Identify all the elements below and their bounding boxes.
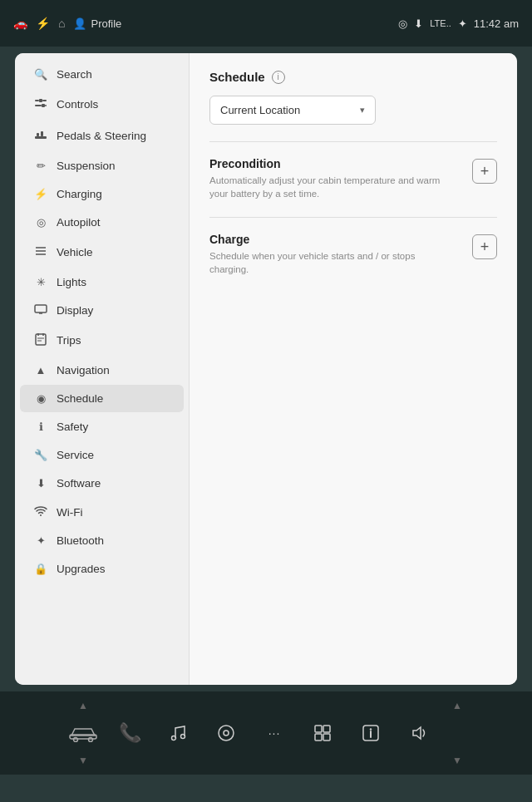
sidebar-item-upgrades[interactable]: 🔒 Upgrades xyxy=(20,555,184,583)
taskbar-music-button[interactable] xyxy=(156,715,200,751)
software-icon: ⬇ xyxy=(33,477,48,490)
sidebar-item-search[interactable]: 🔍 Search xyxy=(20,61,184,88)
sidebar-item-pedals[interactable]: Pedals & Steering xyxy=(20,121,184,151)
sidebar-item-autopilot[interactable]: ◎ Autopilot xyxy=(20,209,184,236)
svg-rect-4 xyxy=(45,105,47,106)
taskbar-icons: 📞 ··· xyxy=(108,715,441,751)
taskbar-right-section: ▲ ▼ xyxy=(441,700,474,766)
sidebar-item-trips[interactable]: Trips xyxy=(20,325,184,356)
taskbar: ▲ ▼ 📞 ··· xyxy=(0,691,532,775)
svg-rect-0 xyxy=(35,100,39,101)
sidebar-label-controls: Controls xyxy=(57,98,98,111)
divider xyxy=(209,141,497,142)
taskbar-volume-button[interactable] xyxy=(397,715,441,751)
svg-rect-28 xyxy=(323,726,330,732)
sidebar-label-trips: Trips xyxy=(57,334,81,347)
car-status-icon: 🚗 xyxy=(13,17,27,30)
sidebar-label-navigation: Navigation xyxy=(57,364,110,376)
taskbar-chevron-up-right[interactable]: ▲ xyxy=(452,700,462,711)
sidebar-label-pedals: Pedals & Steering xyxy=(57,130,146,142)
charging-icon: ⚡ xyxy=(33,188,48,200)
schedule-title: Schedule xyxy=(209,70,265,84)
lightning-status-icon: ⚡ xyxy=(36,17,50,30)
sidebar-label-search: Search xyxy=(57,68,92,81)
taskbar-chevron-down-left[interactable]: ▼ xyxy=(78,755,88,766)
download-status-icon: ⬇ xyxy=(414,17,423,30)
trips-icon xyxy=(33,332,48,348)
search-icon: 🔍 xyxy=(33,68,48,81)
location-value: Current Location xyxy=(220,104,300,116)
sidebar-item-charging[interactable]: ⚡ Charging xyxy=(20,180,184,208)
sidebar-item-schedule[interactable]: ◉ Schedule xyxy=(20,385,184,412)
status-right: ◎ ⬇ LTE.. ✦ 11:42 am xyxy=(398,17,519,30)
profile-button[interactable]: 👤 Profile xyxy=(73,17,121,30)
sidebar-label-bluetooth: Bluetooth xyxy=(57,534,104,547)
svg-point-19 xyxy=(40,514,42,516)
taskbar-grid-button[interactable] xyxy=(301,715,344,751)
sidebar-label-autopilot: Autopilot xyxy=(57,216,101,229)
taskbar-chevron-down-right[interactable]: ▼ xyxy=(452,755,462,766)
bluetooth-icon: ✦ xyxy=(33,534,48,547)
svg-rect-30 xyxy=(323,734,330,740)
charge-add-button[interactable]: + xyxy=(472,234,497,259)
sidebar-item-lights[interactable]: ✳ Lights xyxy=(20,268,184,296)
taskbar-media-button[interactable] xyxy=(204,715,248,751)
schedule-info-icon[interactable]: i xyxy=(272,71,285,84)
precondition-description: Automatically adjust your cabin temperat… xyxy=(209,174,442,200)
taskbar-dots-button[interactable]: ··· xyxy=(253,715,296,751)
sidebar-item-bluetooth[interactable]: ✦ Bluetooth xyxy=(20,527,184,554)
precondition-add-button[interactable]: + xyxy=(472,159,497,184)
svg-rect-12 xyxy=(35,305,47,312)
lights-icon: ✳ xyxy=(33,276,48,288)
precondition-info: Precondition Automatically adjust your c… xyxy=(209,157,462,200)
status-left: 🚗 ⚡ ⌂ 👤 Profile xyxy=(13,17,398,30)
sidebar-item-controls[interactable]: Controls xyxy=(20,89,184,120)
sidebar-label-schedule: Schedule xyxy=(57,392,103,405)
home-status-icon: ⌂ xyxy=(58,17,65,30)
controls-icon xyxy=(33,96,48,112)
sidebar-label-vehicle: Vehicle xyxy=(57,246,93,258)
sidebar-item-wifi[interactable]: Wi-Fi xyxy=(20,498,184,526)
svg-point-22 xyxy=(89,738,93,742)
sidebar-label-upgrades: Upgrades xyxy=(57,563,106,575)
location-select[interactable]: Current Location ▾ xyxy=(209,96,376,125)
sidebar-label-display: Display xyxy=(57,304,93,317)
svg-rect-27 xyxy=(315,726,322,732)
taskbar-phone-button[interactable]: 📞 xyxy=(108,715,151,751)
svg-point-25 xyxy=(219,726,234,740)
sidebar-item-service[interactable]: 🔧 Service xyxy=(20,441,184,469)
sidebar-label-service: Service xyxy=(57,449,94,461)
taskbar-chevron-up-left[interactable]: ▲ xyxy=(78,700,88,711)
charge-info: Charge Schedule when your vehicle starts… xyxy=(209,233,462,276)
sidebar-label-charging: Charging xyxy=(57,188,102,200)
sidebar-item-software[interactable]: ⬇ Software xyxy=(20,470,184,497)
sidebar-label-lights: Lights xyxy=(57,276,86,288)
sidebar-item-suspension[interactable]: ✏ Suspension xyxy=(20,152,184,180)
sidebar-item-navigation[interactable]: ▲ Navigation xyxy=(20,357,184,384)
profile-label[interactable]: Profile xyxy=(91,17,121,30)
sidebar-item-display[interactable]: Display xyxy=(20,297,184,324)
taskbar-info-button[interactable] xyxy=(349,715,392,751)
sidebar-label-wifi: Wi-Fi xyxy=(57,506,82,519)
sidebar-item-safety[interactable]: ℹ Safety xyxy=(20,413,184,440)
svg-rect-6 xyxy=(35,136,47,139)
autopilot-icon: ◎ xyxy=(33,216,48,229)
svg-point-24 xyxy=(181,735,185,739)
precondition-title: Precondition xyxy=(209,157,462,170)
svg-rect-2 xyxy=(39,99,42,102)
taskbar-car-button[interactable] xyxy=(58,715,108,751)
pedals-icon xyxy=(33,128,48,144)
chevron-down-icon: ▾ xyxy=(360,105,365,116)
upgrades-icon: 🔒 xyxy=(33,563,48,575)
suspension-icon: ✏ xyxy=(33,160,48,172)
sidebar-item-vehicle[interactable]: Vehicle xyxy=(20,237,184,268)
wifi-icon xyxy=(33,505,48,519)
svg-rect-8 xyxy=(41,131,43,136)
charge-title: Charge xyxy=(209,233,462,246)
taskbar-left-section: ▲ ▼ xyxy=(58,700,108,766)
status-bar: 🚗 ⚡ ⌂ 👤 Profile ◎ ⬇ LTE.. ✦ 11:42 am xyxy=(0,0,532,47)
svg-rect-29 xyxy=(315,734,322,740)
circle-status-icon: ◎ xyxy=(398,17,407,30)
navigation-icon: ▲ xyxy=(33,364,48,376)
sidebar-label-safety: Safety xyxy=(57,421,88,433)
